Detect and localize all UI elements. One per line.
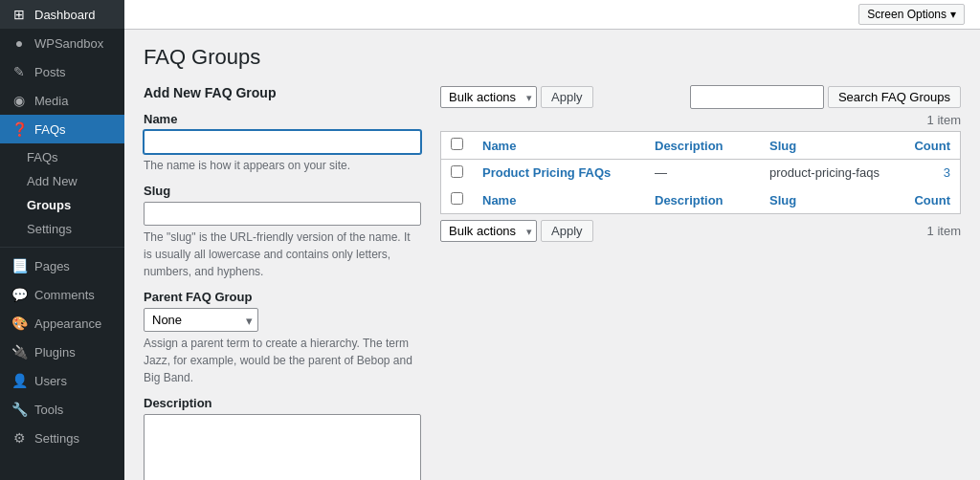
sidebar-item-users[interactable]: 👤 Users xyxy=(0,366,124,395)
tf-slug: Slug xyxy=(760,186,903,214)
comments-icon: 💬 xyxy=(11,287,27,302)
dashboard-icon: ⊞ xyxy=(11,7,27,22)
description-field: Description The description is not promi… xyxy=(144,396,421,480)
row-count-link[interactable]: 3 xyxy=(944,165,950,180)
row-slug-cell: product-pricing-faqs xyxy=(760,160,903,187)
sidebar-item-settings[interactable]: ⚙ Settings xyxy=(0,424,124,452)
row-name-link[interactable]: Product Pricing FAQs xyxy=(482,165,611,180)
users-icon: 👤 xyxy=(11,373,27,388)
sidebar-item-plugins[interactable]: 🔌 Plugins xyxy=(0,338,124,366)
tf-description: Description xyxy=(645,186,760,214)
settings-icon: ⚙ xyxy=(11,430,27,446)
tf-name: Name xyxy=(473,186,645,214)
sidebar-sub-faqs-add[interactable]: Add New xyxy=(0,169,124,193)
table-row: Product Pricing FAQs — product-pricing-f… xyxy=(441,160,961,187)
tf-description-link[interactable]: Description xyxy=(655,193,724,207)
tools-icon: 🔧 xyxy=(11,402,27,417)
row-name-cell: Product Pricing FAQs xyxy=(473,160,645,187)
chevron-down-icon: ▾ xyxy=(950,8,956,21)
th-count: Count xyxy=(903,132,961,160)
th-count-link[interactable]: Count xyxy=(914,139,950,153)
sidebar-item-label: Dashboard xyxy=(34,8,96,22)
pages-icon: 📃 xyxy=(11,258,27,273)
sidebar-item-tools[interactable]: 🔧 Tools xyxy=(0,395,124,424)
th-checkbox xyxy=(441,132,474,160)
sidebar: ⊞ Dashboard ● WPSandbox ✎ Posts ◉ Media … xyxy=(0,0,124,480)
sidebar-item-dashboard[interactable]: ⊞ Dashboard xyxy=(0,0,124,29)
bottom-toolbar: Bulk actions Apply 1 item xyxy=(440,220,961,242)
item-count-top: 1 item xyxy=(440,113,961,127)
parent-select[interactable]: None xyxy=(144,308,258,332)
sidebar-sub-faqs-list[interactable]: FAQs xyxy=(0,145,124,169)
bulk-actions-bottom-select[interactable]: Bulk actions xyxy=(440,220,537,242)
sidebar-item-pages[interactable]: 📃 Pages xyxy=(0,251,124,280)
name-field: Name The name is how it appears on your … xyxy=(144,112,421,174)
parent-field: Parent FAQ Group None Assign a parent te… xyxy=(144,290,421,386)
select-all-checkbox[interactable] xyxy=(451,138,463,150)
tf-count-link[interactable]: Count xyxy=(914,193,950,207)
sidebar-item-comments[interactable]: 💬 Comments xyxy=(0,280,124,309)
bulk-actions-top-select[interactable]: Bulk actions xyxy=(440,86,537,108)
name-hint: The name is how it appears on your site. xyxy=(144,157,421,174)
faqs-submenu: FAQs Add New Groups Settings xyxy=(0,143,124,243)
row-checkbox-cell xyxy=(441,160,474,187)
sidebar-item-label: WPSandbox xyxy=(34,36,103,51)
slug-input[interactable] xyxy=(144,202,421,226)
sidebar-item-label: Media xyxy=(34,94,68,108)
tf-count: Count xyxy=(903,186,961,214)
tf-slug-link[interactable]: Slug xyxy=(769,193,796,207)
tf-name-link[interactable]: Name xyxy=(482,193,516,207)
slug-hint: The "slug" is the URL-friendly version o… xyxy=(144,229,421,280)
table-header-row: Name Description Slug Count xyxy=(441,132,961,160)
main-content: Screen Options ▾ FAQ Groups Add New FAQ … xyxy=(124,0,980,480)
name-input[interactable] xyxy=(144,130,421,154)
sidebar-item-appearance[interactable]: 🎨 Appearance xyxy=(0,309,124,338)
content-layout: Add New FAQ Group Name The name is how i… xyxy=(144,85,961,480)
th-name-link[interactable]: Name xyxy=(482,139,516,153)
search-input[interactable] xyxy=(690,85,824,109)
bulk-select-bottom-wrapper: Bulk actions xyxy=(440,220,537,242)
page-content: FAQ Groups Add New FAQ Group Name The na… xyxy=(124,30,980,480)
faqs-icon: ❓ xyxy=(11,121,27,137)
sidebar-item-label: Users xyxy=(34,374,67,388)
sidebar-sub-faqs-groups[interactable]: Groups xyxy=(0,193,124,217)
screen-options-label: Screen Options xyxy=(867,8,947,21)
slug-label: Slug xyxy=(144,184,421,198)
tf-checkbox xyxy=(441,186,474,214)
sidebar-item-label: Settings xyxy=(34,431,79,446)
sidebar-sub-faqs-settings[interactable]: Settings xyxy=(0,217,124,241)
description-textarea[interactable] xyxy=(144,414,421,480)
form-section-title: Add New FAQ Group xyxy=(144,85,421,100)
screen-options-button[interactable]: Screen Options ▾ xyxy=(858,4,965,25)
apply-bottom-button[interactable]: Apply xyxy=(541,220,593,242)
slug-field: Slug The "slug" is the URL-friendly vers… xyxy=(144,184,421,280)
name-label: Name xyxy=(144,112,421,126)
page-title: FAQ Groups xyxy=(144,45,961,70)
apply-top-button[interactable]: Apply xyxy=(541,86,593,108)
sidebar-item-label: Posts xyxy=(34,65,66,79)
parent-label: Parent FAQ Group xyxy=(144,290,421,304)
search-button[interactable]: Search FAQ Groups xyxy=(828,86,961,108)
bulk-select-top-wrapper: Bulk actions xyxy=(440,86,537,108)
th-slug-link[interactable]: Slug xyxy=(769,139,796,153)
sidebar-divider-1 xyxy=(0,247,124,248)
select-all-footer-checkbox[interactable] xyxy=(451,192,463,205)
th-description: Description xyxy=(645,132,760,160)
row-checkbox[interactable] xyxy=(451,165,463,178)
wpsandbox-icon: ● xyxy=(11,35,27,51)
sidebar-item-wpsandbox[interactable]: ● WPSandbox xyxy=(0,29,124,57)
sidebar-item-media[interactable]: ◉ Media xyxy=(0,86,124,115)
sidebar-item-posts[interactable]: ✎ Posts xyxy=(0,57,124,86)
sidebar-item-faqs[interactable]: ❓ FAQs xyxy=(0,115,124,143)
sidebar-item-label: Pages xyxy=(34,259,70,273)
th-name: Name xyxy=(473,132,645,160)
sidebar-item-label: Appearance xyxy=(34,316,101,331)
parent-hint: Assign a parent term to create a hierarc… xyxy=(144,335,421,386)
parent-select-wrapper: None xyxy=(144,308,258,332)
appearance-icon: 🎨 xyxy=(11,316,27,331)
th-description-link[interactable]: Description xyxy=(655,139,724,153)
item-count-bottom: 1 item xyxy=(927,224,961,238)
top-toolbar: Bulk actions Apply Search FAQ Groups xyxy=(440,85,961,109)
description-label: Description xyxy=(144,396,421,410)
search-area: Search FAQ Groups xyxy=(690,85,961,109)
